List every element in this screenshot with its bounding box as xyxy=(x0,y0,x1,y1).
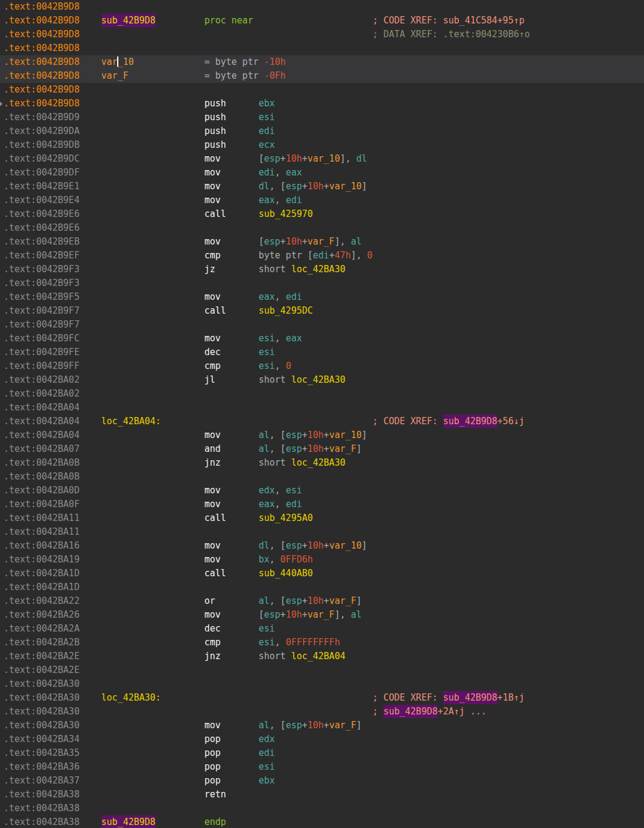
instruction-mnemonic[interactable]: call xyxy=(204,209,226,219)
listing-line-2[interactable]: .text:0042B9D8 sub_42B9D8 proc near ; CO… xyxy=(0,14,644,28)
instruction-mnemonic[interactable]: mov xyxy=(204,485,220,496)
register-operand[interactable]: al xyxy=(258,430,269,440)
number-literal[interactable]: 10h xyxy=(308,595,324,606)
instruction-mnemonic[interactable]: mov xyxy=(204,333,220,344)
address[interactable]: .text:0042BA04 xyxy=(4,416,79,427)
listing-line-42[interactable]: .text:0042BA1D call sub_440AB0 xyxy=(0,567,644,580)
address[interactable]: .text:0042BA37 xyxy=(4,775,79,786)
address[interactable]: .text:0042BA30 xyxy=(4,678,79,689)
register-operand[interactable]: dl xyxy=(258,181,269,192)
listing-line-38[interactable]: .text:0042BA11 call sub_4295A0 xyxy=(0,511,644,525)
name-label[interactable]: loc_42BA30 xyxy=(291,457,345,468)
register-operand[interactable]: esp xyxy=(264,153,281,164)
address[interactable]: .text:0042B9D8 xyxy=(4,98,79,109)
address[interactable]: .text:0042B9D9 xyxy=(4,112,79,123)
address[interactable]: .text:0042B9DA xyxy=(4,126,79,136)
xref-name-highlighted[interactable]: sub_42B9D8 xyxy=(383,705,437,718)
listing-line-36[interactable]: .text:0042BA0D mov edx, esi xyxy=(0,484,644,498)
instruction-mnemonic[interactable]: call xyxy=(204,513,226,523)
code-xref-comment[interactable]: ; CODE XREF: xyxy=(372,416,443,427)
instruction-mnemonic[interactable]: jnz xyxy=(204,651,220,662)
address[interactable]: .text:0042BA38 xyxy=(4,803,79,814)
register-operand[interactable]: al xyxy=(258,720,269,731)
listing-line-30[interactable]: .text:0042BA04 xyxy=(0,401,644,415)
name-label[interactable]: sub_425970 xyxy=(258,209,312,219)
listing-line-29[interactable]: .text:0042BA02 xyxy=(0,387,644,401)
stack-variable[interactable]: var_F xyxy=(308,236,335,247)
number-literal[interactable]: 10h xyxy=(308,540,324,551)
listing-line-23[interactable]: .text:0042B9F7 call sub_4295DC xyxy=(0,304,644,318)
listing-line-5[interactable]: .text:0042B9D8 var_10 = byte ptr -10h xyxy=(0,55,644,69)
name-label[interactable]: loc_42BA30 xyxy=(291,264,345,275)
stack-variable[interactable]: var_10 xyxy=(329,181,362,192)
listing-line-56[interactable]: .text:0042BA36 pop esi xyxy=(0,760,644,774)
listing-line-15[interactable]: .text:0042B9E4 mov eax, edi xyxy=(0,193,644,207)
code-xref-comment[interactable]: ; xyxy=(372,706,383,717)
register-operand[interactable]: eax xyxy=(286,167,302,178)
listing-line-32[interactable]: .text:0042BA04 mov al, [esp+10h+var_10] xyxy=(0,428,644,442)
code-xref-comment[interactable]: +2A↑j ... xyxy=(437,706,486,717)
stack-variable[interactable]: var_F xyxy=(329,443,356,454)
register-operand[interactable]: esp xyxy=(286,595,302,606)
listing-line-51[interactable]: .text:0042BA30 loc_42BA30: ; CODE XREF: … xyxy=(0,691,644,705)
address[interactable]: .text:0042B9DB xyxy=(4,139,79,150)
address[interactable]: .text:0042BA30 xyxy=(4,692,79,703)
instruction-mnemonic[interactable]: retn xyxy=(204,789,226,800)
register-operand[interactable]: al xyxy=(258,443,269,454)
listing-line-53[interactable]: .text:0042BA30 mov al, [esp+10h+var_F] xyxy=(0,719,644,732)
instruction-mnemonic[interactable]: mov xyxy=(204,540,220,551)
address[interactable]: .text:0042BA26 xyxy=(4,609,79,620)
address[interactable]: .text:0042BA04 xyxy=(4,430,79,440)
listing-line-46[interactable]: .text:0042BA2A dec esi xyxy=(0,622,644,636)
register-operand[interactable]: esp xyxy=(286,430,302,440)
listing-line-59[interactable]: .text:0042BA38 xyxy=(0,802,644,815)
instruction-mnemonic[interactable]: jz xyxy=(204,264,215,275)
code-xref-comment[interactable]: ; CODE XREF: xyxy=(372,692,443,703)
register-operand[interactable]: esi xyxy=(258,347,275,358)
address[interactable]: .text:0042BA04 xyxy=(4,402,79,413)
instruction-mnemonic[interactable]: cmp xyxy=(204,361,220,371)
address[interactable]: .text:0042BA02 xyxy=(4,374,79,385)
instruction-mnemonic[interactable]: mov xyxy=(204,554,220,565)
name-label[interactable]: sub_4295DC xyxy=(258,305,312,316)
address[interactable]: .text:0042BA19 xyxy=(4,554,79,565)
register-operand[interactable]: edi xyxy=(258,167,275,178)
address[interactable]: .text:0042BA0B xyxy=(4,457,79,468)
listing-line-24[interactable]: .text:0042B9F7 xyxy=(0,318,644,332)
address[interactable]: .text:0042BA2A xyxy=(4,623,79,634)
register-operand[interactable]: al xyxy=(351,236,362,247)
address[interactable]: .text:0042B9F3 xyxy=(4,264,79,275)
stack-variable[interactable]: var_F xyxy=(102,70,129,81)
register-operand[interactable]: ebx xyxy=(258,775,275,786)
register-operand[interactable]: esp xyxy=(286,720,302,731)
number-literal[interactable]: 0FFD6h xyxy=(281,554,313,565)
instruction-mnemonic[interactable]: jnz xyxy=(204,457,220,468)
stack-variable[interactable]: var_F xyxy=(329,595,356,606)
listing-line-45[interactable]: .text:0042BA26 mov [esp+10h+var_F], al xyxy=(0,608,644,622)
register-operand[interactable]: esi xyxy=(258,361,275,371)
stack-variable[interactable]: var xyxy=(102,56,118,67)
address[interactable]: .text:0042B9E4 xyxy=(4,195,79,205)
number-literal[interactable]: 10h xyxy=(308,720,324,731)
instruction-mnemonic[interactable]: mov xyxy=(204,499,220,510)
instruction-mnemonic[interactable]: or xyxy=(204,595,215,606)
instruction-mnemonic[interactable]: call xyxy=(204,568,226,579)
address[interactable]: .text:0042BA11 xyxy=(4,526,79,537)
address[interactable]: .text:0042BA36 xyxy=(4,761,79,772)
instruction-mnemonic[interactable]: mov xyxy=(204,430,220,440)
address[interactable]: .text:0042B9D8 xyxy=(4,84,79,95)
instruction-mnemonic[interactable]: mov xyxy=(204,291,220,302)
listing-line-43[interactable]: .text:0042BA1D xyxy=(0,580,644,594)
stack-variable[interactable]: var_10 xyxy=(329,540,362,551)
register-operand[interactable]: edi xyxy=(258,126,275,136)
address[interactable]: .text:0042B9E6 xyxy=(4,209,79,219)
listing-line-60[interactable]: .text:0042BA38 sub_42B9D8 endp xyxy=(0,815,644,828)
address[interactable]: .text:0042B9D8 xyxy=(4,1,79,12)
listing-line-54[interactable]: .text:0042BA34 pop edx xyxy=(0,732,644,746)
listing-line-26[interactable]: .text:0042B9FE dec esi xyxy=(0,346,644,359)
xref-name-highlighted[interactable]: sub_42B9D8 xyxy=(443,415,497,428)
listing-line-37[interactable]: .text:0042BA0F mov eax, edi xyxy=(0,498,644,511)
listing-line-28[interactable]: .text:0042BA02 jl short loc_42BA30 xyxy=(0,373,644,387)
register-operand[interactable]: ecx xyxy=(258,139,275,150)
register-operand[interactable]: edi xyxy=(313,250,329,261)
